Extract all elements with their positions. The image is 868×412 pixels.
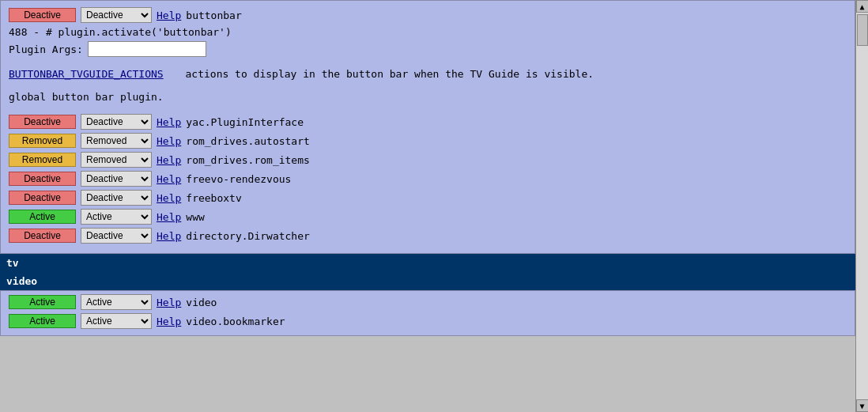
top-status-select[interactable]: Deactive Active Removed bbox=[81, 7, 152, 23]
plugin-row: RemovedDeactiveActiveRemovedHelprom_driv… bbox=[9, 133, 847, 149]
plugin-row: DeactiveDeactiveActiveRemovedHelpdirecto… bbox=[9, 228, 847, 244]
video-section-header: video bbox=[0, 272, 855, 290]
plugin-name: freevo-rendezvous bbox=[186, 173, 291, 185]
global-desc: global button bar plugin. bbox=[9, 88, 847, 106]
help-link[interactable]: Help bbox=[157, 316, 181, 327]
plugin-name: www bbox=[186, 211, 204, 223]
status-select[interactable]: DeactiveActiveRemoved bbox=[81, 152, 152, 168]
status-button[interactable]: Deactive bbox=[9, 229, 76, 243]
plugin-row: DeactiveDeactiveActiveRemovedHelpyac.Plu… bbox=[9, 114, 847, 130]
help-link[interactable]: Help bbox=[157, 297, 181, 308]
status-button[interactable]: Deactive bbox=[9, 191, 76, 205]
status-select[interactable]: DeactiveActiveRemoved bbox=[81, 228, 152, 244]
status-button[interactable]: Active bbox=[9, 314, 76, 328]
plugin-row: DeactiveDeactiveActiveRemovedHelpfreebox… bbox=[9, 190, 847, 206]
plugin-name: video bbox=[186, 297, 217, 308]
status-select[interactable]: DeactiveActiveRemoved bbox=[81, 209, 152, 225]
help-link[interactable]: Help bbox=[157, 230, 181, 242]
plugin-row: DeactiveDeactiveActiveRemovedHelpfreevo-… bbox=[9, 171, 847, 187]
description-link[interactable]: BUTTONBAR_TVGUIDE_ACTIONS bbox=[9, 68, 164, 80]
description-text: actions to display in the button bar whe… bbox=[186, 68, 594, 80]
plugin-name: freeboxtv bbox=[186, 192, 241, 204]
scroll-track bbox=[856, 13, 869, 399]
plugin-name: yac.PluginInterface bbox=[186, 116, 304, 128]
plugin-description: BUTTONBAR_TVGUIDE_ACTIONS actions to dis… bbox=[9, 65, 847, 83]
plugin-row: ActiveDeactiveActiveRemovedHelpvideo.boo… bbox=[9, 313, 847, 329]
help-link[interactable]: Help bbox=[157, 211, 181, 223]
status-button[interactable]: Deactive bbox=[9, 115, 76, 129]
help-link[interactable]: Help bbox=[157, 135, 181, 147]
plugin-args-input[interactable] bbox=[88, 41, 206, 57]
status-button[interactable]: Removed bbox=[9, 153, 76, 167]
plugin-name: directory.Dirwatcher bbox=[186, 230, 310, 242]
help-link[interactable]: Help bbox=[157, 173, 181, 185]
status-button[interactable]: Deactive bbox=[9, 172, 76, 186]
status-button[interactable]: Removed bbox=[9, 134, 76, 148]
scrollbar: ▲ ▼ bbox=[855, 0, 868, 412]
top-help-link[interactable]: Help bbox=[157, 9, 181, 21]
status-select[interactable]: DeactiveActiveRemoved bbox=[81, 133, 152, 149]
plugin-row: ActiveDeactiveActiveRemovedHelpvideo bbox=[9, 294, 847, 310]
plugin-name: rom_drives.rom_items bbox=[186, 154, 310, 166]
plugin-name: rom_drives.autostart bbox=[186, 135, 310, 147]
status-select[interactable]: DeactiveActiveRemoved bbox=[81, 294, 152, 310]
scroll-up-button[interactable]: ▲ bbox=[856, 0, 869, 13]
help-link[interactable]: Help bbox=[157, 116, 181, 128]
plugin-name: video.bookmarker bbox=[186, 316, 285, 327]
help-link[interactable]: Help bbox=[157, 154, 181, 166]
status-select[interactable]: DeactiveActiveRemoved bbox=[81, 114, 152, 130]
plugin-rows-container: DeactiveDeactiveActiveRemovedHelpyac.Plu… bbox=[9, 114, 847, 244]
plugin-args-label: Plugin Args: bbox=[9, 43, 83, 55]
status-select[interactable]: DeactiveActiveRemoved bbox=[81, 313, 152, 329]
scroll-down-button[interactable]: ▼ bbox=[856, 399, 869, 412]
plugin-number: 488 - # plugin.activate('buttonbar') bbox=[9, 26, 847, 38]
status-select[interactable]: DeactiveActiveRemoved bbox=[81, 190, 152, 206]
plugin-row: RemovedDeactiveActiveRemovedHelprom_driv… bbox=[9, 152, 847, 168]
help-link[interactable]: Help bbox=[157, 192, 181, 204]
status-button[interactable]: Active bbox=[9, 295, 76, 309]
scroll-thumb[interactable] bbox=[857, 14, 868, 46]
top-status-button[interactable]: Deactive bbox=[9, 8, 76, 22]
plugin-row: ActiveDeactiveActiveRemovedHelpwww bbox=[9, 209, 847, 225]
top-plugin-name: buttonbar bbox=[186, 9, 241, 21]
tv-section-header: tv bbox=[0, 254, 855, 272]
status-select[interactable]: DeactiveActiveRemoved bbox=[81, 171, 152, 187]
video-rows-container: ActiveDeactiveActiveRemovedHelpvideoActi… bbox=[9, 294, 847, 329]
status-button[interactable]: Active bbox=[9, 210, 76, 224]
